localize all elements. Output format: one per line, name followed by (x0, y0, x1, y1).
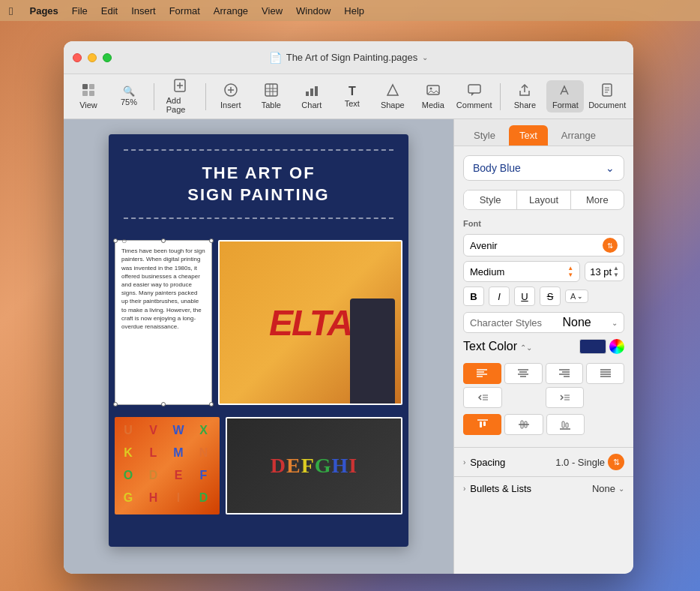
menu-insert[interactable]: Insert (131, 5, 156, 16)
letter-h: H (143, 488, 164, 508)
font-section: Font Avenir ⇅ Medium ▲ (454, 210, 633, 447)
svg-rect-57 (566, 423, 568, 428)
window-title: 📄 The Art of Sign Painting.pages ⌄ (269, 52, 429, 64)
font-family-value: Avenir (470, 240, 498, 251)
toolbar-share[interactable]: Share (506, 80, 543, 112)
menu-view[interactable]: View (262, 5, 283, 16)
letter-w: W (168, 420, 189, 441)
toolbar-media[interactable]: Media (414, 80, 452, 112)
menu-window[interactable]: Window (296, 5, 331, 16)
menu-help[interactable]: Help (344, 5, 364, 16)
spacing-label: Spacing (470, 457, 555, 468)
font-family-row: Avenir ⇅ (463, 234, 624, 256)
style-dropdown[interactable]: Body Blue ⌄ (463, 155, 624, 181)
valign-bottom-btn[interactable] (546, 414, 585, 435)
resize-handle-br[interactable] (209, 402, 214, 406)
bold-button[interactable]: B (463, 286, 484, 306)
maximize-button[interactable] (103, 53, 112, 62)
char-styles-row[interactable]: Character Styles None ⌄ (463, 312, 624, 333)
tab-text[interactable]: Text (509, 125, 548, 146)
shape-label: Shape (381, 100, 405, 110)
toolbar-document[interactable]: Document (587, 80, 627, 112)
sub-tab-style[interactable]: Style (464, 190, 517, 209)
outdent-btn[interactable] (463, 387, 502, 408)
toolbar-zoom[interactable]: 🔍 75% (110, 83, 148, 110)
svg-rect-10 (265, 84, 277, 96)
toolbar: View 🔍 75% Add Page Insert Table (64, 74, 633, 119)
font-weight-select[interactable]: Medium ▲ ▼ (463, 261, 580, 282)
letter-k: K (118, 442, 139, 464)
valign-top-btn[interactable] (463, 414, 501, 435)
toolbar-chart[interactable]: Chart (293, 80, 331, 112)
letter-m: M (168, 442, 189, 464)
size-stepper[interactable]: ▲ ▼ (613, 265, 619, 278)
text-block[interactable]: ○ Times have been tough for sign painter… (115, 240, 212, 405)
resize-handle-bm[interactable] (161, 402, 166, 406)
toolbar-add-page[interactable]: Add Page (160, 76, 199, 117)
font-size-control[interactable]: 13 pt ▲ ▼ (585, 262, 624, 281)
font-weight-value: Medium (470, 266, 504, 278)
comment-icon (468, 83, 481, 99)
svg-marker-18 (387, 85, 398, 95)
svg-rect-3 (89, 91, 94, 96)
share-icon (518, 83, 531, 99)
menu-arrange[interactable]: Arrange (214, 5, 248, 16)
color-wheel[interactable] (609, 339, 624, 354)
toolbar-comment[interactable]: Comment (455, 80, 494, 112)
tab-style[interactable]: Style (463, 125, 506, 146)
resize-handle-bl[interactable] (113, 402, 118, 406)
sub-tab-layout[interactable]: Layout (517, 190, 570, 209)
letter-f: F (193, 465, 214, 486)
align-justify-btn[interactable] (586, 363, 624, 384)
align-section (463, 363, 624, 408)
menu-file[interactable]: File (72, 5, 88, 16)
align-left-btn[interactable] (463, 363, 501, 384)
bullets-arrow: ⌄ (618, 484, 624, 493)
sub-tabs: Style Layout More (463, 190, 624, 210)
letter-v: V (143, 420, 164, 441)
toolbar-table[interactable]: Table (253, 80, 290, 112)
color-swatch[interactable] (579, 339, 606, 354)
strikethrough-button[interactable]: S (540, 286, 561, 306)
minimize-button[interactable] (88, 53, 97, 62)
toolbar-insert[interactable]: Insert (212, 80, 250, 112)
menu-edit[interactable]: Edit (101, 5, 118, 16)
font-family-stepper[interactable]: ⇅ (603, 238, 618, 253)
svg-rect-16 (310, 88, 313, 96)
toolbar-shape[interactable]: Shape (374, 80, 411, 112)
title-chevron: ⌄ (422, 53, 428, 62)
toolbar-divider-2 (205, 83, 206, 110)
text-color-label: Text Color ⌃⌄ (463, 340, 532, 353)
indent-btn[interactable] (546, 387, 585, 408)
letter-d: D (143, 465, 164, 486)
align-right-btn[interactable] (546, 363, 584, 384)
letter-u: U (118, 420, 139, 441)
font-family-select[interactable]: Avenir ⇅ (463, 234, 624, 256)
italic-button[interactable]: I (489, 286, 510, 306)
toolbar-format[interactable]: Format (546, 80, 584, 112)
toolbar-view[interactable]: View (70, 80, 107, 112)
spacing-value: 1.0 - Single (555, 457, 605, 468)
char-styles-value: None (562, 316, 591, 329)
spacing-row[interactable]: › Spacing 1.0 - Single ⇅ (454, 447, 633, 476)
bullets-row[interactable]: › Bullets & Lists None ⌄ (454, 476, 633, 500)
spacing-stepper[interactable]: ⇅ (608, 454, 624, 470)
text-format-color-btn[interactable]: A ⌄ (565, 290, 588, 303)
close-button[interactable] (73, 53, 82, 62)
svg-rect-0 (82, 84, 88, 89)
menu-format[interactable]: Format (169, 5, 200, 16)
insert-label: Insert (220, 100, 241, 110)
resize-handle-tm[interactable] (161, 238, 166, 243)
toolbar-text[interactable]: T Text (334, 82, 371, 111)
tab-arrange[interactable]: Arrange (551, 125, 606, 146)
align-center-btn[interactable] (504, 363, 543, 384)
chart-icon (305, 83, 319, 99)
document-area[interactable]: THE ART OF SIGN PAINTING ○ (64, 119, 453, 574)
resize-handle-tr[interactable] (209, 238, 214, 243)
sub-tab-more[interactable]: More (571, 190, 624, 209)
valign-middle-btn[interactable] (504, 414, 543, 435)
letter-n: N (193, 442, 214, 464)
resize-handle-tl[interactable] (113, 238, 118, 243)
svg-point-20 (429, 88, 432, 90)
underline-button[interactable]: U (514, 286, 535, 306)
